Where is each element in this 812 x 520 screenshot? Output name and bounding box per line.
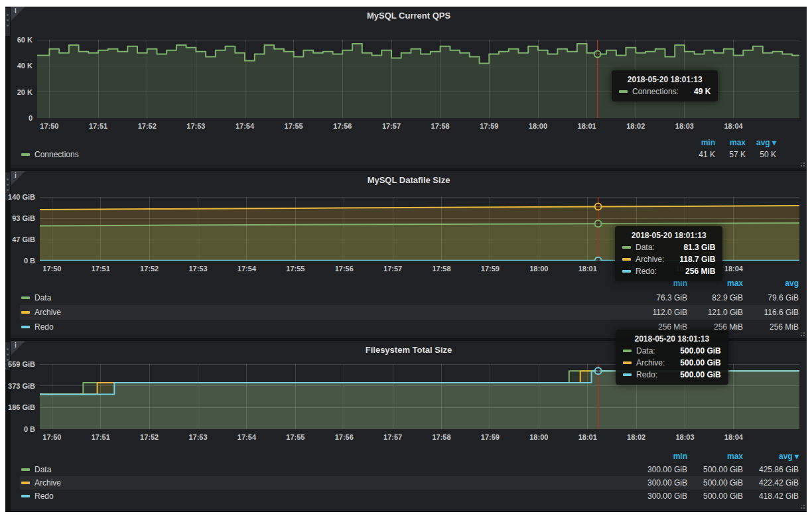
x-axis: 17:5017:5117:5217:5317:5417:5517:5617:57… [40,433,799,444]
x-tick-label: 17:57 [383,433,402,441]
legend-stat-value: 300.00 GiB [632,465,687,474]
x-tick-label: 18:04 [724,122,742,130]
legend-series-connections[interactable]: Connections [21,150,79,159]
x-tick-label: 18:01 [578,433,597,441]
legend-series-data[interactable]: Data [21,293,51,302]
tooltip-color-dash [622,258,631,261]
tooltip-color-dash [623,373,632,376]
panel-resize-handle[interactable] [798,502,805,509]
tooltip-series-label: Data: [636,243,655,252]
x-tick-label: 17:50 [42,433,61,441]
x-tick-label: 17:53 [188,433,207,441]
legend-stat-value: 500.00 GiB [687,465,743,474]
legend-stat-value: 116.6 GiB [743,308,799,317]
legend-color-dash [21,468,30,471]
graph-tooltip-filesystem: 2018-05-20 18:01:13 Data:500.00 GiBArchi… [616,330,728,385]
tooltip-series-value: 256 MiB [675,267,715,276]
legend-series-label: Redo [34,491,54,501]
legend-stat-value: 300.00 GiB [632,478,687,487]
x-tick-label: 17:53 [186,122,205,130]
legend-sort-min[interactable]: min [685,138,715,147]
legend-stat-value: 422.42 GiB [743,478,799,487]
tooltip-series-label: Connections: [632,87,679,96]
tooltip-series-label: Redo: [636,267,657,276]
legend-sort-min[interactable]: min [632,452,687,461]
x-tick-label: 17:55 [286,265,304,273]
legend-sort-avg[interactable]: avg ▾ [746,138,776,147]
tooltip-series-label: Data: [636,346,655,356]
x-tick-label: 17:56 [335,433,354,441]
legend-series-label: Archive [34,308,61,317]
legend-stat-value: 79.6 GiB [743,293,799,302]
x-tick-label: 17:57 [382,122,401,130]
panel-title[interactable]: MySQL Datafile Size [11,175,807,185]
tooltip-timestamp: 2018-05-20 18:01:13 [623,334,721,344]
y-tick-label: 140 GiB [8,192,35,202]
tooltip-series-value: 118.7 GiB [669,255,715,264]
x-tick-label: 17:58 [432,265,450,273]
legend-series-archive[interactable]: Archive [21,308,61,317]
x-tick-label: 18:00 [529,433,548,441]
x-tick-label: 17:54 [237,265,256,273]
x-tick-label: 17:58 [431,122,450,130]
legend-stat-value: 50 K [746,150,776,159]
legend-series-archive[interactable]: Archive [21,478,61,487]
legend-sort-max[interactable]: max [715,138,746,147]
x-tick-label: 17:51 [92,433,110,441]
legend-sort-avg[interactable]: avg [743,279,799,288]
legend-stat-value: 121.0 GiB [687,308,743,317]
legend-series-data[interactable]: Data [21,465,51,474]
legend-stat-value: 41 K [685,150,715,159]
tooltip-series-value: 500.00 GiB [669,346,720,356]
panel-info-corner[interactable] [11,171,25,186]
x-tick-label: 17:59 [481,433,500,441]
legend-header-row: minmaxavg ▾ [20,450,800,463]
panel-resize-handle[interactable] [798,330,805,337]
x-tick-label: 17:56 [335,265,354,273]
tooltip-color-dash [623,361,632,364]
x-tick-label: 18:04 [724,433,743,441]
tooltip-series-row: Redo:256 MiB [622,267,715,276]
tooltip-series-value: 500.00 GiB [669,370,720,379]
x-tick-label: 17:51 [92,265,110,273]
panel-drag-handle-qps[interactable] [5,8,10,36]
panel-info-corner[interactable] [11,341,25,356]
legend-row: Connections41 K57 K50 K [20,149,778,161]
graph-tooltip-qps: 2018-05-20 18:01:13 Connections:49 K [612,70,718,101]
panel-resize-handle[interactable] [798,160,805,167]
legend-series-redo[interactable]: Redo [21,322,54,332]
y-tick-label: 60 K [17,35,33,44]
y-tick-label: 40 K [17,61,33,70]
legend-series-redo[interactable]: Redo [21,491,54,501]
legend-series-label: Data [34,293,51,302]
legend-series-label: Archive [34,478,61,487]
y-tick-label: 93 GiB [12,214,35,223]
legend-series-label: Data [34,465,51,474]
y-tick-label: 0 B [24,256,35,265]
legend-sort-avg[interactable]: avg ▾ [743,452,799,461]
tooltip-timestamp: 2018-05-20 18:01:13 [622,231,715,240]
legend-sort-max[interactable]: max [687,452,743,461]
legend-stat-value: 418.42 GiB [743,491,799,501]
x-tick-label: 18:03 [675,122,694,130]
tooltip-color-dash [619,90,628,93]
legend-color-dash [21,326,30,328]
legend-filesystem: minmaxavg ▾Data300.00 GiB500.00 GiB425.8… [20,450,800,503]
legend-row: Archive300.00 GiB500.00 GiB422.42 GiB [20,476,800,489]
legend-color-dash [21,495,30,497]
y-axis: 0 B186 GiB373 GiB559 GiB [11,364,37,429]
legend-row: Redo300.00 GiB500.00 GiB418.42 GiB [20,489,800,503]
panel-info-corner[interactable] [11,7,25,21]
x-tick-label: 18:01 [578,122,596,130]
panel-title[interactable]: MySQL Current QPS [11,11,807,21]
legend-color-dash [21,153,30,156]
tooltip-series-value: 500.00 GiB [669,358,720,367]
legend-stat-value: 76.3 GiB [632,293,687,302]
x-tick-label: 18:00 [529,122,547,130]
y-tick-label: 0 [29,113,33,123]
tooltip-color-dash [623,350,632,352]
tooltip-series-row: Connections:49 K [619,87,710,96]
legend-stat-value: 425.86 GiB [743,465,799,474]
tooltip-series-label: Archive: [636,255,664,264]
x-tick-label: 17:59 [481,265,500,273]
